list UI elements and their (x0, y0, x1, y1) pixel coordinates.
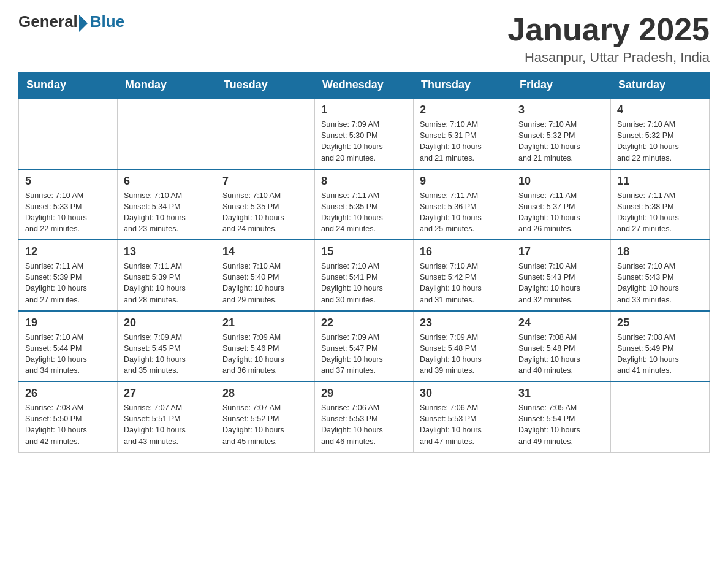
day-number: 23 (420, 316, 506, 329)
day-info: Sunrise: 7:08 AM Sunset: 5:50 PM Dayligh… (25, 402, 111, 447)
logo: General Blue (18, 12, 124, 31)
calendar-day-1: 1Sunrise: 7:09 AM Sunset: 5:30 PM Daylig… (315, 98, 414, 169)
calendar-day-6: 6Sunrise: 7:10 AM Sunset: 5:34 PM Daylig… (118, 169, 216, 240)
day-number: 30 (420, 387, 506, 400)
calendar-day-28: 28Sunrise: 7:07 AM Sunset: 5:52 PM Dayli… (216, 381, 315, 452)
day-number: 11 (617, 175, 703, 188)
calendar-empty-cell (611, 381, 710, 452)
calendar-day-19: 19Sunrise: 7:10 AM Sunset: 5:44 PM Dayli… (19, 311, 118, 382)
day-info: Sunrise: 7:11 AM Sunset: 5:38 PM Dayligh… (617, 190, 703, 235)
calendar-day-7: 7Sunrise: 7:10 AM Sunset: 5:35 PM Daylig… (216, 169, 315, 240)
day-number: 4 (617, 104, 703, 117)
day-info: Sunrise: 7:11 AM Sunset: 5:35 PM Dayligh… (321, 190, 407, 235)
weekday-header-tuesday: Tuesday (216, 72, 315, 99)
day-number: 2 (420, 104, 506, 117)
calendar-day-10: 10Sunrise: 7:11 AM Sunset: 5:37 PM Dayli… (512, 169, 611, 240)
day-number: 19 (25, 316, 111, 329)
weekday-header-wednesday: Wednesday (315, 72, 414, 99)
day-number: 3 (518, 104, 604, 117)
calendar-day-8: 8Sunrise: 7:11 AM Sunset: 5:35 PM Daylig… (315, 169, 414, 240)
weekday-header-monday: Monday (118, 72, 216, 99)
day-info: Sunrise: 7:09 AM Sunset: 5:46 PM Dayligh… (222, 332, 308, 377)
calendar-day-11: 11Sunrise: 7:11 AM Sunset: 5:38 PM Dayli… (611, 169, 710, 240)
calendar-week-row: 19Sunrise: 7:10 AM Sunset: 5:44 PM Dayli… (19, 311, 710, 382)
day-info: Sunrise: 7:06 AM Sunset: 5:53 PM Dayligh… (420, 402, 506, 447)
logo-text-general: General (18, 12, 78, 31)
day-number: 25 (617, 316, 703, 329)
calendar-day-4: 4Sunrise: 7:10 AM Sunset: 5:32 PM Daylig… (611, 98, 710, 169)
calendar-empty-cell (216, 98, 315, 169)
day-info: Sunrise: 7:10 AM Sunset: 5:43 PM Dayligh… (518, 261, 604, 305)
day-info: Sunrise: 7:11 AM Sunset: 5:39 PM Dayligh… (25, 261, 111, 305)
calendar-day-14: 14Sunrise: 7:10 AM Sunset: 5:40 PM Dayli… (216, 240, 315, 311)
day-number: 17 (518, 245, 604, 258)
calendar-day-15: 15Sunrise: 7:10 AM Sunset: 5:41 PM Dayli… (315, 240, 414, 311)
title-section: January 2025 Hasanpur, Uttar Pradesh, In… (507, 12, 710, 66)
calendar-week-row: 12Sunrise: 7:11 AM Sunset: 5:39 PM Dayli… (19, 240, 710, 311)
day-info: Sunrise: 7:09 AM Sunset: 5:47 PM Dayligh… (321, 332, 407, 377)
logo-text-blue: Blue (90, 12, 124, 31)
day-number: 27 (124, 387, 210, 400)
calendar-title: January 2025 (507, 12, 710, 47)
calendar-day-18: 18Sunrise: 7:10 AM Sunset: 5:43 PM Dayli… (611, 240, 710, 311)
day-number: 14 (222, 245, 308, 258)
calendar-day-20: 20Sunrise: 7:09 AM Sunset: 5:45 PM Dayli… (118, 311, 216, 382)
day-info: Sunrise: 7:10 AM Sunset: 5:44 PM Dayligh… (25, 332, 111, 377)
day-number: 21 (222, 316, 308, 329)
page-header: General Blue January 2025 Hasanpur, Utta… (18, 12, 710, 66)
day-info: Sunrise: 7:08 AM Sunset: 5:49 PM Dayligh… (617, 332, 703, 377)
calendar-day-9: 9Sunrise: 7:11 AM Sunset: 5:36 PM Daylig… (414, 169, 512, 240)
calendar-day-24: 24Sunrise: 7:08 AM Sunset: 5:48 PM Dayli… (512, 311, 611, 382)
day-info: Sunrise: 7:11 AM Sunset: 5:36 PM Dayligh… (420, 190, 506, 235)
day-number: 18 (617, 245, 703, 258)
day-number: 26 (25, 387, 111, 400)
calendar-day-23: 23Sunrise: 7:09 AM Sunset: 5:48 PM Dayli… (414, 311, 512, 382)
calendar-day-3: 3Sunrise: 7:10 AM Sunset: 5:32 PM Daylig… (512, 98, 611, 169)
day-number: 8 (321, 175, 407, 188)
day-number: 15 (321, 245, 407, 258)
day-info: Sunrise: 7:10 AM Sunset: 5:43 PM Dayligh… (617, 261, 703, 305)
weekday-header-friday: Friday (512, 72, 611, 99)
day-number: 13 (124, 245, 210, 258)
day-number: 5 (25, 175, 111, 188)
weekday-header-thursday: Thursday (414, 72, 512, 99)
calendar-day-16: 16Sunrise: 7:10 AM Sunset: 5:42 PM Dayli… (414, 240, 512, 311)
day-number: 12 (25, 245, 111, 258)
day-number: 6 (124, 175, 210, 188)
day-info: Sunrise: 7:06 AM Sunset: 5:53 PM Dayligh… (321, 402, 407, 447)
calendar-day-29: 29Sunrise: 7:06 AM Sunset: 5:53 PM Dayli… (315, 381, 414, 452)
day-number: 10 (518, 175, 604, 188)
day-info: Sunrise: 7:10 AM Sunset: 5:33 PM Dayligh… (25, 190, 111, 235)
calendar-empty-cell (19, 98, 118, 169)
calendar-empty-cell (118, 98, 216, 169)
calendar-day-17: 17Sunrise: 7:10 AM Sunset: 5:43 PM Dayli… (512, 240, 611, 311)
day-number: 7 (222, 175, 308, 188)
day-info: Sunrise: 7:10 AM Sunset: 5:35 PM Dayligh… (222, 190, 308, 235)
day-info: Sunrise: 7:07 AM Sunset: 5:52 PM Dayligh… (222, 402, 308, 447)
weekday-header-saturday: Saturday (611, 72, 710, 99)
day-number: 22 (321, 316, 407, 329)
day-number: 28 (222, 387, 308, 400)
day-number: 16 (420, 245, 506, 258)
calendar-day-27: 27Sunrise: 7:07 AM Sunset: 5:51 PM Dayli… (118, 381, 216, 452)
calendar-day-21: 21Sunrise: 7:09 AM Sunset: 5:46 PM Dayli… (216, 311, 315, 382)
day-info: Sunrise: 7:09 AM Sunset: 5:30 PM Dayligh… (321, 119, 407, 164)
calendar-day-26: 26Sunrise: 7:08 AM Sunset: 5:50 PM Dayli… (19, 381, 118, 452)
day-info: Sunrise: 7:10 AM Sunset: 5:42 PM Dayligh… (420, 261, 506, 305)
calendar-day-22: 22Sunrise: 7:09 AM Sunset: 5:47 PM Dayli… (315, 311, 414, 382)
day-info: Sunrise: 7:09 AM Sunset: 5:48 PM Dayligh… (420, 332, 506, 377)
day-number: 20 (124, 316, 210, 329)
calendar-table: SundayMondayTuesdayWednesdayThursdayFrid… (18, 72, 710, 453)
calendar-day-31: 31Sunrise: 7:05 AM Sunset: 5:54 PM Dayli… (512, 381, 611, 452)
day-info: Sunrise: 7:08 AM Sunset: 5:48 PM Dayligh… (518, 332, 604, 377)
weekday-header-row: SundayMondayTuesdayWednesdayThursdayFrid… (19, 72, 710, 99)
day-number: 29 (321, 387, 407, 400)
calendar-day-30: 30Sunrise: 7:06 AM Sunset: 5:53 PM Dayli… (414, 381, 512, 452)
calendar-day-25: 25Sunrise: 7:08 AM Sunset: 5:49 PM Dayli… (611, 311, 710, 382)
calendar-day-5: 5Sunrise: 7:10 AM Sunset: 5:33 PM Daylig… (19, 169, 118, 240)
day-number: 31 (518, 387, 604, 400)
day-info: Sunrise: 7:07 AM Sunset: 5:51 PM Dayligh… (124, 402, 210, 447)
day-info: Sunrise: 7:10 AM Sunset: 5:40 PM Dayligh… (222, 261, 308, 305)
day-info: Sunrise: 7:05 AM Sunset: 5:54 PM Dayligh… (518, 402, 604, 447)
logo-arrow-icon (79, 15, 88, 32)
